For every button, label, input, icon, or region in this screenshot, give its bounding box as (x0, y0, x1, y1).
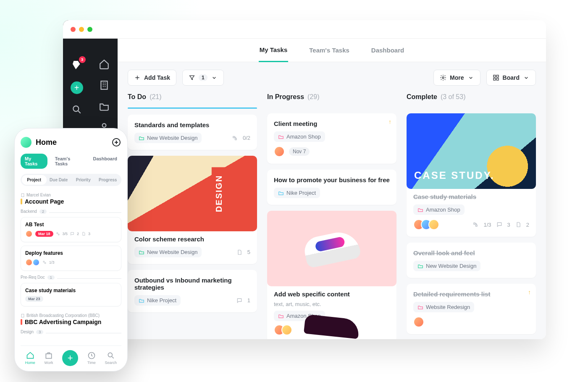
kanban-board: To Do (21) Standards and templates New W… (118, 93, 546, 339)
board-view-icon (493, 74, 499, 81)
mobile-header: Home (21, 137, 121, 148)
group-label[interactable]: Design3 (21, 330, 121, 334)
chevron-down-icon (211, 74, 218, 81)
task-card[interactable]: AB Test Mar 18 3/5 2 3 (21, 217, 121, 242)
pin-icon: ↑ (388, 118, 391, 125)
flag-icon (21, 319, 22, 325)
toolbar: Add Task 1 More Board (118, 62, 546, 93)
section-heading[interactable]: BBC Advertising Campaign (21, 319, 121, 325)
tab-teams-tasks[interactable]: Team's Tasks (51, 154, 86, 169)
home-icon[interactable] (99, 59, 110, 70)
more-button[interactable]: More (433, 70, 480, 86)
building-icon[interactable] (99, 80, 110, 91)
pin-icon: ↑ (528, 289, 531, 296)
filter-count: 1 (199, 74, 207, 81)
avatar (25, 259, 33, 266)
task-card[interactable]: Overall look and feel New Website Design (407, 243, 536, 278)
seg-progress[interactable]: Progress (96, 175, 121, 185)
page-title: Home (36, 138, 107, 147)
project-tag[interactable]: New Website Design (413, 261, 480, 271)
project-tag[interactable]: New Website Design (134, 133, 202, 143)
card-image (128, 156, 257, 231)
filter-icon (189, 74, 195, 81)
card-title: How to promote your business for free (274, 176, 390, 183)
tab-teams-tasks[interactable]: Team's Tasks (308, 39, 350, 61)
svg-rect-6 (494, 75, 496, 77)
section-heading[interactable]: Account Page (21, 198, 121, 205)
task-card[interactable]: Case study materials Mar 23 (21, 283, 121, 306)
tab-dashboard[interactable]: Dashboard (89, 154, 121, 169)
task-card[interactable]: Color scheme research New Website Design… (128, 156, 257, 264)
app-logo[interactable]: 3 (71, 59, 83, 71)
comment-icon (236, 298, 242, 304)
group-label[interactable]: Pre-Req Doc1 (21, 275, 121, 280)
task-card[interactable]: Standards and templates New Website Desi… (128, 115, 257, 150)
project-section: British Broadcasting Corporation (BBC) B… (21, 313, 121, 334)
column-todo: To Do (21) Standards and templates New W… (128, 93, 257, 329)
task-card[interactable]: Outbound vs Inbound marketing strategies… (128, 270, 257, 312)
close-icon[interactable] (71, 27, 76, 32)
file-icon (515, 222, 521, 228)
card-title: Overall look and feel (413, 249, 529, 256)
filter-button[interactable]: 1 (182, 70, 224, 86)
view-label: Board (503, 74, 520, 81)
assignees[interactable] (274, 146, 285, 157)
card-title: Deploy features (25, 250, 117, 256)
tabbar-search[interactable]: Search (105, 351, 117, 365)
card-subtitle: text, art, music, etc. (274, 301, 390, 307)
desktop-window: 3 + My Tasks Team's Tasks Dashboard Add … (63, 20, 546, 339)
tabbar-add-button[interactable]: + (62, 350, 78, 366)
seg-due-date[interactable]: Due Date (47, 175, 71, 185)
rail-add-button[interactable]: + (71, 81, 83, 94)
svg-point-0 (73, 106, 79, 111)
svg-point-2 (102, 123, 106, 127)
svg-rect-7 (496, 75, 499, 77)
subtask-icon (472, 222, 478, 228)
task-card[interactable]: Deploy features 1/3 (21, 246, 121, 271)
breadcrumb: British Broadcasting Corporation (BBC) (21, 313, 121, 318)
card-title: Standards and templates (134, 121, 250, 128)
avatar[interactable] (21, 137, 32, 148)
card-title: Case study materials (413, 193, 529, 200)
project-tag[interactable]: Website Redesign (413, 302, 474, 312)
task-card[interactable]: ↑ Client meeting Amazon Shop Nov 7 (267, 113, 396, 164)
tab-my-tasks[interactable]: My Tasks (259, 39, 288, 62)
minimize-icon[interactable] (79, 27, 84, 32)
seg-project[interactable]: Project (22, 175, 47, 185)
project-tag[interactable]: Nike Project (274, 188, 320, 198)
task-card[interactable]: CASE STUDY. Case study materials Amazon … (407, 113, 536, 237)
tab-dashboard[interactable]: Dashboard (370, 39, 405, 61)
flag-icon (21, 199, 22, 204)
maximize-icon[interactable] (87, 27, 92, 32)
tabbar-time[interactable]: Time (87, 351, 96, 365)
assignees[interactable] (413, 317, 529, 327)
project-tag[interactable]: New Website Design (134, 247, 202, 257)
group-label[interactable]: Backend2 (21, 209, 121, 214)
avatar (32, 259, 40, 266)
window-controls (71, 27, 92, 32)
tabbar-home[interactable]: Home (25, 351, 35, 365)
tab-my-tasks[interactable]: My Tasks (21, 154, 47, 169)
column-header: To Do (21) (128, 93, 257, 101)
task-card[interactable]: Add web specific content text, art, musi… (267, 211, 396, 339)
project-tag[interactable]: Amazon Shop (274, 131, 325, 142)
project-tag[interactable]: Nike Project (134, 295, 181, 306)
project-tag[interactable]: Amazon Shop (413, 204, 465, 215)
date-chip: Nov 7 (289, 147, 310, 156)
chevron-down-icon (467, 74, 474, 81)
comment-icon (496, 222, 502, 228)
assignees[interactable] (413, 219, 439, 230)
add-task-button[interactable]: Add Task (128, 70, 176, 86)
task-card[interactable]: ↑ Detailed requirements list Website Red… (407, 284, 536, 334)
add-button[interactable] (111, 137, 121, 147)
svg-rect-13 (46, 354, 51, 358)
folder-icon[interactable] (99, 101, 110, 112)
tabbar-work[interactable]: Work (45, 351, 53, 365)
seg-priority[interactable]: Priority (71, 175, 96, 185)
content-area: My Tasks Team's Tasks Dashboard Add Task… (118, 20, 546, 339)
task-card[interactable]: How to promote your business for free Ni… (267, 170, 396, 205)
view-switch-button[interactable]: Board (486, 70, 536, 86)
segment-control[interactable]: Project Due Date Priority Progress (21, 174, 121, 186)
search-icon[interactable] (71, 104, 82, 115)
file-icon (81, 232, 86, 236)
